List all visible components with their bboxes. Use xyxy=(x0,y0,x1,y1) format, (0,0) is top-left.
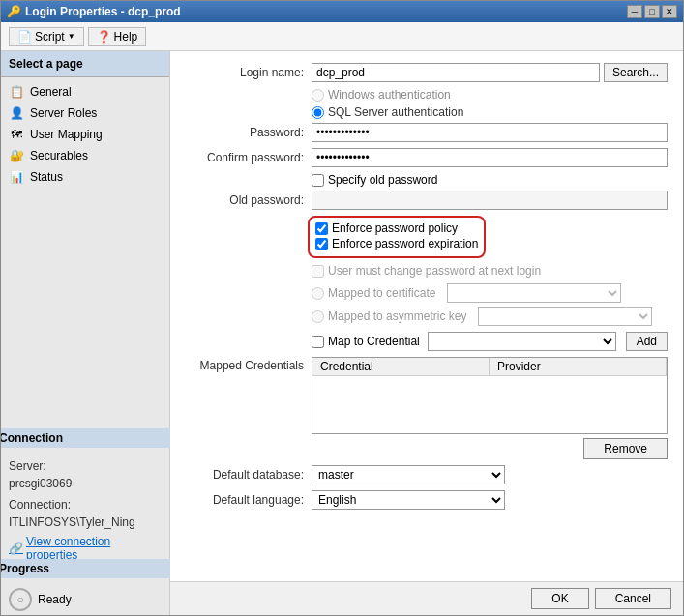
view-connection-link[interactable]: 🔗 View connection properties xyxy=(9,535,162,562)
script-dropdown-arrow: ▼ xyxy=(68,32,75,41)
old-password-input[interactable] xyxy=(312,191,668,210)
help-icon: ❓ xyxy=(97,30,111,44)
connection-label: Connection: ITLINFOSYS\Tyler_Ning xyxy=(9,496,162,531)
securables-icon: 🔐 xyxy=(9,148,24,163)
main-content: Select a page 📋 General 👤 Server Roles 🗺… xyxy=(1,51,683,615)
server-label: Server: prcsgi03069 xyxy=(9,457,162,492)
script-button[interactable]: 📄 Script ▼ xyxy=(9,27,84,46)
link-icon: 🔗 xyxy=(9,542,23,555)
progress-row: ○ Ready xyxy=(9,588,162,611)
enforce-policy-row: Enforce password policy xyxy=(315,221,478,235)
windows-auth-row: Windows authentication xyxy=(312,88,668,102)
default-language-label: Default language: xyxy=(186,493,312,507)
main-window: 🔑 Login Properties - dcp_prod ─ □ ✕ 📄 Sc… xyxy=(0,0,684,616)
sidebar: Select a page 📋 General 👤 Server Roles 🗺… xyxy=(1,51,170,615)
search-button[interactable]: Search... xyxy=(604,63,668,82)
progress-icon: ○ xyxy=(9,588,32,611)
default-database-row: Default database: master xyxy=(186,465,668,484)
progress-section-title: Progress xyxy=(1,559,177,578)
specify-old-row: Specify old password xyxy=(312,173,668,187)
map-credential-checkbox[interactable] xyxy=(312,336,324,348)
enforce-expiration-row: Enforce password expiration xyxy=(315,237,478,250)
provider-column-header: Provider xyxy=(490,358,667,375)
sidebar-items: 📋 General 👤 Server Roles 🗺 User Mapping … xyxy=(1,77,169,435)
mapped-cert-row: Mapped to certificate xyxy=(312,283,668,303)
login-name-input[interactable] xyxy=(312,63,600,82)
title-bar-left: 🔑 Login Properties - dcp_prod xyxy=(7,5,181,18)
login-name-row: Login name: Search... xyxy=(186,63,668,82)
sql-auth-radio[interactable] xyxy=(312,106,324,119)
title-bar-controls: ─ □ ✕ xyxy=(627,5,677,18)
mapped-cert-radio[interactable] xyxy=(312,287,324,300)
enforce-expiration-checkbox[interactable] xyxy=(315,238,328,250)
sql-auth-row: SQL Server authentication xyxy=(312,105,668,119)
ok-button[interactable]: OK xyxy=(531,588,588,609)
status-icon: 📊 xyxy=(9,169,24,185)
script-icon: 📄 xyxy=(17,30,32,44)
windows-auth-radio[interactable] xyxy=(312,89,324,102)
help-button[interactable]: ❓ Help xyxy=(88,27,147,46)
connection-section-title: Connection xyxy=(1,428,177,448)
toolbar: 📄 Script ▼ ❓ Help xyxy=(1,22,683,51)
add-credential-button[interactable]: Add xyxy=(626,332,668,351)
minimize-button[interactable]: ─ xyxy=(627,5,642,18)
sidebar-header: Select a page xyxy=(1,51,169,77)
mapped-key-select[interactable] xyxy=(478,307,652,326)
close-button[interactable]: ✕ xyxy=(662,5,677,18)
password-label: Password: xyxy=(186,126,312,139)
confirm-password-row: Confirm password: xyxy=(186,148,668,167)
credential-column-header: Credential xyxy=(312,358,490,375)
window-icon: 🔑 xyxy=(7,5,21,18)
default-language-select[interactable]: English xyxy=(312,490,505,510)
mapped-key-row: Mapped to asymmetric key xyxy=(312,307,668,326)
user-must-change-row: User must change password at next login xyxy=(312,264,668,278)
mapped-credentials-label: Mapped Credentials xyxy=(186,357,312,372)
mapped-credentials-section: Mapped Credentials Credential Provider R… xyxy=(186,357,668,459)
password-input[interactable] xyxy=(312,123,668,142)
default-database-select[interactable]: master xyxy=(312,465,505,484)
map-credential-select[interactable] xyxy=(428,332,616,351)
sidebar-item-status[interactable]: 📊 Status xyxy=(1,166,169,188)
enforce-policy-checkbox[interactable] xyxy=(315,222,328,235)
title-bar: 🔑 Login Properties - dcp_prod ─ □ ✕ xyxy=(1,1,683,22)
highlighted-section: Enforce password policy Enforce password… xyxy=(308,216,486,258)
remove-button[interactable]: Remove xyxy=(583,438,668,459)
sidebar-item-user-mapping[interactable]: 🗺 User Mapping xyxy=(1,124,169,145)
login-name-label: Login name: xyxy=(186,66,312,79)
default-database-label: Default database: xyxy=(186,468,312,482)
sidebar-item-securables[interactable]: 🔐 Securables xyxy=(1,145,169,166)
sidebar-item-general[interactable]: 📋 General xyxy=(1,81,169,103)
window-title: Login Properties - dcp_prod xyxy=(25,5,181,18)
user-mapping-icon: 🗺 xyxy=(9,127,24,142)
server-roles-icon: 👤 xyxy=(9,105,24,121)
mapped-cert-select[interactable] xyxy=(447,283,621,303)
user-must-change-checkbox[interactable] xyxy=(312,265,324,278)
right-panel: Login name: Search... Windows authentica… xyxy=(170,51,683,581)
old-password-row: Old password: xyxy=(186,191,668,210)
confirm-password-label: Confirm password: xyxy=(186,151,312,164)
password-row: Password: xyxy=(186,123,668,142)
dialog-buttons: OK Cancel xyxy=(170,581,683,615)
sidebar-item-server-roles[interactable]: 👤 Server Roles xyxy=(1,103,169,124)
maximize-button[interactable]: □ xyxy=(644,5,660,18)
general-icon: 📋 xyxy=(9,84,24,100)
specify-old-checkbox[interactable] xyxy=(312,174,324,187)
default-language-row: Default language: English xyxy=(186,490,668,510)
map-credential-row: Map to Credential Add xyxy=(186,332,668,351)
cancel-button[interactable]: Cancel xyxy=(595,588,671,609)
old-password-label: Old password: xyxy=(186,193,312,207)
mapped-credentials-table: Credential Provider xyxy=(312,357,668,434)
confirm-password-input[interactable] xyxy=(312,148,668,167)
credentials-table-header: Credential Provider xyxy=(312,358,667,376)
mapped-key-radio[interactable] xyxy=(312,310,324,323)
